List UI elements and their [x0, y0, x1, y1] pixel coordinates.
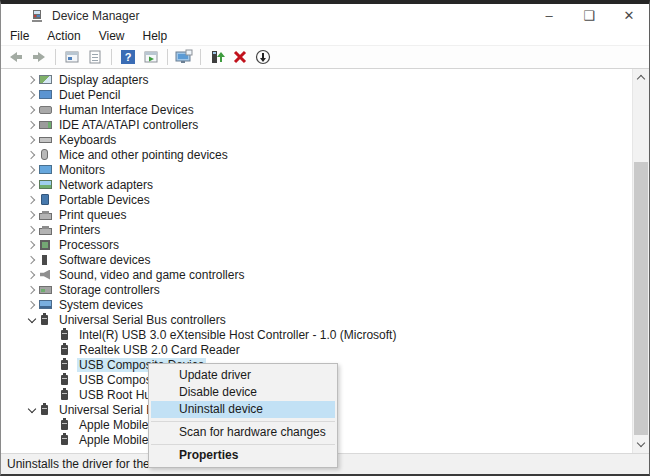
chevron-right-icon[interactable] — [25, 227, 39, 233]
close-icon[interactable]: ✕ — [609, 4, 649, 27]
chevron-right-icon[interactable] — [25, 167, 39, 173]
tree-item[interactable]: Printers — [1, 222, 632, 237]
tree-item[interactable]: Intel(R) USB 3.0 eXtensible Host Control… — [1, 327, 632, 342]
storage-icon — [39, 286, 52, 294]
usb-icon — [41, 315, 48, 325]
tree-item[interactable]: Processors — [1, 237, 632, 252]
tree-item[interactable]: IDE ATA/ATAPI controllers — [1, 117, 632, 132]
menu-separator — [151, 444, 335, 445]
menu-item-update-driver[interactable]: Update driver — [149, 367, 337, 384]
minimize-icon[interactable]: – — [529, 4, 569, 27]
menu-item-scan-hardware-changes[interactable]: Scan for hardware changes — [149, 424, 337, 441]
title-bar: Device Manager – ❑ ✕ — [1, 4, 649, 27]
usb-icon — [61, 375, 68, 385]
tree-item[interactable]: Monitors — [1, 162, 632, 177]
uninstall-device-icon[interactable] — [230, 48, 250, 66]
tree-item-label: Keyboards — [57, 133, 118, 147]
monitor-icon — [39, 165, 52, 174]
menu-separator — [151, 421, 335, 422]
scan-hardware-icon[interactable] — [253, 48, 273, 66]
tree-item-label: Software devices — [57, 253, 152, 267]
window-title: Device Manager — [52, 9, 139, 23]
menu-help[interactable]: Help — [134, 29, 177, 43]
tree-item[interactable]: Human Interface Devices — [1, 102, 632, 117]
tree-item-label: Human Interface Devices — [57, 103, 196, 117]
computer-icon[interactable] — [174, 48, 194, 66]
tree-item[interactable]: Sound, video and game controllers — [1, 267, 632, 282]
chevron-down-icon[interactable] — [25, 318, 39, 322]
list-view-icon[interactable] — [85, 48, 105, 66]
tree-item-label: System devices — [57, 298, 145, 312]
window-action-icon[interactable] — [141, 48, 161, 66]
vertical-scrollbar[interactable] — [632, 69, 649, 453]
toolbar-separator — [200, 49, 201, 65]
tree-item[interactable]: Mice and other pointing devices — [1, 147, 632, 162]
keyboard-icon — [39, 137, 52, 143]
toolbar-separator — [55, 49, 56, 65]
usb-icon — [61, 330, 68, 340]
back-icon[interactable] — [6, 48, 26, 66]
chevron-right-icon[interactable] — [25, 77, 39, 83]
chevron-right-icon[interactable] — [25, 302, 39, 308]
usb-icon — [61, 435, 68, 445]
chevron-right-icon[interactable] — [25, 272, 39, 278]
scroll-up-icon[interactable] — [633, 69, 649, 86]
usb-icon — [61, 345, 68, 355]
menu-item-uninstall-device[interactable]: Uninstall device — [151, 401, 335, 418]
tree-item[interactable]: Keyboards — [1, 132, 632, 147]
tree-item[interactable]: Portable Devices — [1, 192, 632, 207]
tree-item[interactable]: Network adapters — [1, 177, 632, 192]
tree-item-label: Printers — [57, 223, 102, 237]
chevron-right-icon[interactable] — [25, 197, 39, 203]
menu-item-disable-device[interactable]: Disable device — [149, 384, 337, 401]
chevron-right-icon[interactable] — [25, 92, 39, 98]
tree-item-label: Portable Devices — [57, 193, 152, 207]
tree-item[interactable]: Display adapters — [1, 72, 632, 87]
chevron-right-icon[interactable] — [25, 212, 39, 218]
tree-item-label: Duet Pencil — [57, 88, 122, 102]
printer-icon — [39, 228, 52, 235]
chevron-right-icon[interactable] — [25, 152, 39, 158]
print-queue-icon — [39, 213, 52, 220]
portable-device-icon — [41, 194, 49, 205]
chevron-right-icon[interactable] — [25, 242, 39, 248]
update-driver-icon[interactable] — [207, 48, 227, 66]
forward-icon[interactable] — [29, 48, 49, 66]
chevron-right-icon[interactable] — [25, 122, 39, 128]
chevron-right-icon[interactable] — [25, 257, 39, 263]
chevron-down-icon[interactable] — [25, 408, 39, 412]
tree-item[interactable]: System devices — [1, 297, 632, 312]
toolbar: ? — [1, 45, 649, 69]
tree-item-label: Mice and other pointing devices — [57, 148, 230, 162]
tree-item-label: Intel(R) USB 3.0 eXtensible Host Control… — [77, 328, 398, 342]
console-window-icon[interactable] — [62, 48, 82, 66]
chevron-right-icon[interactable] — [25, 182, 39, 188]
maximize-icon[interactable]: ❑ — [569, 4, 609, 27]
usb-icon — [61, 360, 68, 370]
menu-action[interactable]: Action — [38, 29, 89, 43]
chevron-right-icon[interactable] — [25, 287, 39, 293]
tree-item[interactable]: Universal Serial Bus controllers — [1, 312, 632, 327]
scrollbar-thumb[interactable] — [634, 162, 648, 435]
tree-item[interactable]: Duet Pencil — [1, 87, 632, 102]
tree-item[interactable]: Software devices — [1, 252, 632, 267]
chevron-right-icon[interactable] — [25, 137, 39, 143]
menu-view[interactable]: View — [90, 29, 134, 43]
tree-item-label: Monitors — [57, 163, 107, 177]
tree-item-label: Display adapters — [57, 73, 150, 87]
tree-item-label: Universal Serial Bus controllers — [57, 313, 228, 327]
scroll-down-icon[interactable] — [633, 436, 649, 453]
chevron-right-icon[interactable] — [25, 107, 39, 113]
menu-file[interactable]: File — [1, 29, 38, 43]
tree-item[interactable]: Storage controllers — [1, 282, 632, 297]
menu-item-properties[interactable]: Properties — [149, 447, 337, 464]
system-icon — [39, 300, 52, 309]
help-icon[interactable]: ? — [118, 48, 138, 66]
ide-icon — [39, 121, 52, 129]
context-menu: Update driver Disable device Uninstall d… — [148, 363, 338, 468]
tree-item[interactable]: Print queues — [1, 207, 632, 222]
tree-item-label: IDE ATA/ATAPI controllers — [57, 118, 200, 132]
tree-item[interactable]: Realtek USB 2.0 Card Reader — [1, 342, 632, 357]
toolbar-separator — [111, 49, 112, 65]
sound-icon — [40, 270, 50, 280]
